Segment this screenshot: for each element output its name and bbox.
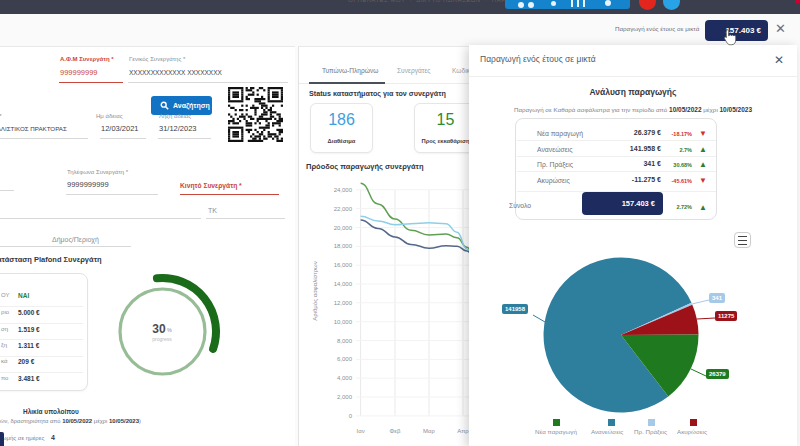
svg-text:30: 30 xyxy=(152,322,166,336)
svg-text:18,000: 18,000 xyxy=(334,243,353,249)
svg-text:6,000: 6,000 xyxy=(337,356,353,362)
svg-text:8,000: 8,000 xyxy=(337,338,353,344)
svg-text:Ιαν: Ιαν xyxy=(357,428,365,434)
svg-text:16,000: 16,000 xyxy=(334,262,353,268)
svg-text:10,000: 10,000 xyxy=(334,319,353,325)
svg-text:Φεβ: Φεβ xyxy=(390,428,401,434)
svg-text:14,000: 14,000 xyxy=(334,281,353,287)
svg-text:22,000: 22,000 xyxy=(334,206,353,212)
svg-text:20,000: 20,000 xyxy=(334,225,353,231)
svg-text:%: % xyxy=(167,327,172,333)
svg-text:progress: progress xyxy=(152,336,172,342)
svg-text:Μαρ: Μαρ xyxy=(423,428,435,434)
svg-text:0: 0 xyxy=(349,413,353,419)
svg-text:24,000: 24,000 xyxy=(334,187,353,193)
svg-text:Αριθμός ασφαλίστρων: Αριθμός ασφαλίστρων xyxy=(312,261,318,320)
svg-text:4,000: 4,000 xyxy=(337,375,353,381)
svg-text:Απρ: Απρ xyxy=(457,428,469,434)
svg-text:2,000: 2,000 xyxy=(337,394,353,400)
svg-text:12,000: 12,000 xyxy=(334,300,353,306)
